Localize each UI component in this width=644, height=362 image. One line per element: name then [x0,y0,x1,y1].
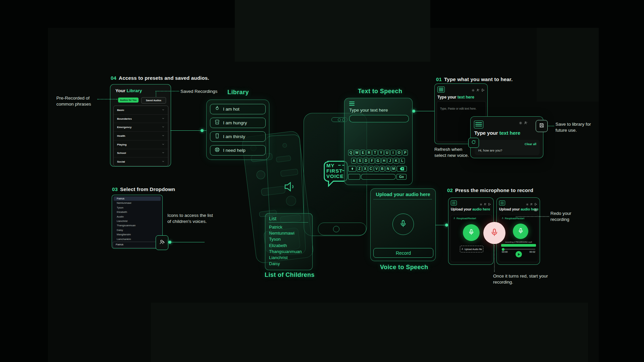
play-button[interactable] [516,251,522,257]
key-t[interactable]: T [372,150,378,156]
brightness-icon[interactable] [526,201,529,207]
exit-icon[interactable] [488,201,491,207]
space-key[interactable] [361,174,396,180]
dropdown-item[interactable]: Tyson [114,205,161,210]
preset-button-i-am-hot[interactable]: I am hot [210,104,266,114]
key-r[interactable]: R [366,150,372,156]
key-y[interactable]: Y [378,150,384,156]
seek-track[interactable] [502,249,535,250]
voice-settings-icon[interactable] [484,201,487,207]
key-g[interactable]: G [375,158,381,164]
category-row-school[interactable]: School [114,149,168,158]
exit-icon[interactable] [481,87,485,93]
dropdown-item[interactable]: Thangsuanmuan [114,223,161,228]
save-to-library-button[interactable] [536,120,548,132]
category-row-health[interactable]: Health [114,132,168,140]
overlay-text-box[interactable]: Clear all Hi, how are you? [475,140,540,155]
dropdown-item[interactable]: Nemlunmawi [114,201,161,205]
tab-saved-audios[interactable]: Saved Audios [141,97,166,104]
voice-settings-icon[interactable] [530,201,533,207]
category-row-playing[interactable]: Playing [114,140,168,149]
category-row-basic[interactable]: Basic [114,106,168,115]
key-b[interactable]: B [380,166,385,172]
key-a[interactable]: A [351,158,357,164]
child-name[interactable]: Lianchrist [269,255,302,261]
step-04-number: 04 [111,75,116,81]
brightness-icon[interactable] [519,120,522,126]
voice-settings-icon[interactable] [476,87,480,93]
record-mic-button[interactable] [392,214,414,235]
shift-key[interactable] [348,166,356,172]
seek-handle[interactable] [502,248,504,251]
upload-audio-file-button[interactable]: Upload Audio file [460,246,483,252]
dropdown-item[interactable]: Elizabeth [114,210,161,214]
prompt-prefix: Upload your [499,207,521,211]
key-u[interactable]: U [384,150,390,156]
dropdown-item[interactable]: Daisy [114,228,161,232]
category-row-emergency[interactable]: Emergency [114,123,168,132]
dropdown-selected-value[interactable]: Patrick [113,242,162,248]
child-name[interactable]: Patrick [269,224,302,230]
key-j[interactable]: J [387,158,393,164]
child-name[interactable]: Nemtunmawi [269,230,302,236]
key-p[interactable]: P [402,150,408,156]
reupload-restart-link[interactable]: Reupload/Restart [501,217,524,220]
preset-button-i-am-thirsty[interactable]: I am thirsty [210,131,266,142]
key-c[interactable]: C [368,166,373,172]
key-l[interactable]: L [399,158,405,164]
key-i[interactable]: I [390,150,396,156]
preset-button-i-need-help[interactable]: I need help [210,145,266,156]
go-key[interactable]: Go [396,174,407,180]
backspace-key[interactable] [397,166,407,172]
dropdown-item[interactable]: Mangliansim [114,232,161,237]
key-f[interactable]: F [369,158,375,164]
dropdown-item[interactable]: Austin [114,215,161,219]
key-e[interactable]: E [360,150,366,156]
child-name[interactable]: Elizabeth [269,243,302,249]
key-s[interactable]: S [357,158,363,164]
category-row-social[interactable]: Social [114,158,168,166]
recording-bar[interactable] [501,244,536,247]
exit-icon[interactable] [534,201,537,207]
numeric-key[interactable] [348,174,360,180]
reupload-restart-link[interactable]: Reupload/Restart [453,217,476,220]
brightness-icon[interactable] [480,201,482,207]
child-name[interactable]: Thangsuanmuan [269,249,302,255]
children-voices-button[interactable] [156,235,168,250]
key-h[interactable]: H [381,158,387,164]
record-mic-button-green[interactable] [463,224,480,241]
dropdown-item[interactable]: Lamchankim [114,237,161,241]
logo-line3: VOICE [326,174,344,179]
tts-input[interactable] [349,115,409,122]
record-mic-button-red[interactable] [483,222,505,244]
save-icon[interactable] [534,207,537,213]
dropdown-item[interactable]: Patrick [114,196,161,201]
logo-line2: FIRST [326,168,344,174]
tab-audios-for-you[interactable]: Audios for You [118,98,139,103]
key-k[interactable]: K [393,158,399,164]
step-01-title: Type what you want to hear. [444,76,513,82]
child-name[interactable]: Tyson [269,236,302,242]
bar-circle [333,226,339,232]
record-button[interactable]: Record [373,248,433,258]
menu-icon[interactable] [349,102,355,106]
preset-button-i-am-hungry[interactable]: I am hungry [210,118,266,128]
category-label: Social [117,160,125,163]
key-d[interactable]: D [363,158,369,164]
key-w[interactable]: W [354,150,360,156]
dropdown-item[interactable]: Lianchrist [114,219,161,223]
prompt-prefix: Type your [474,130,499,136]
key-n[interactable]: N [385,166,390,172]
key-v[interactable]: V [374,166,379,172]
record-mic-button-green[interactable] [513,224,528,239]
clear-all-link[interactable]: Clear all [525,142,536,146]
key-m[interactable]: M [391,166,396,172]
key-z[interactable]: Z [357,166,362,172]
brightness-icon[interactable] [472,87,475,93]
category-row-boundaries[interactable]: Boundaries [114,115,168,123]
voice-settings-icon[interactable] [524,120,528,126]
key-o[interactable]: O [396,150,402,156]
key-q[interactable]: Q [348,150,354,156]
child-name[interactable]: Daisy [269,261,302,267]
key-x[interactable]: X [363,166,368,172]
